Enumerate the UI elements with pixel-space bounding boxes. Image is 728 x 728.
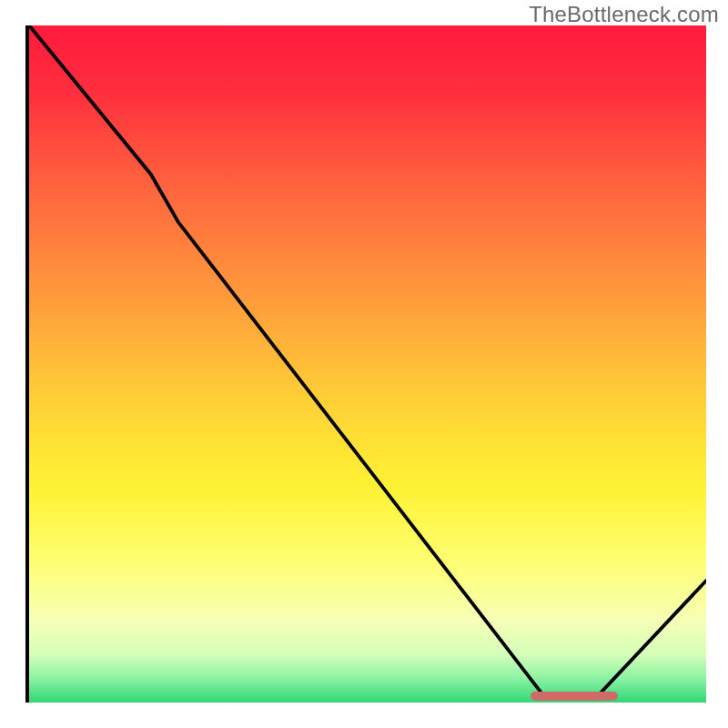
chart-container: TheBottleneck.com xyxy=(0,0,728,728)
heatmap-gradient xyxy=(29,25,706,703)
watermark-text: TheBottleneck.com xyxy=(529,2,719,27)
plot-svg xyxy=(29,25,706,703)
optimal-range-marker xyxy=(531,692,619,701)
plot-area xyxy=(25,25,703,703)
